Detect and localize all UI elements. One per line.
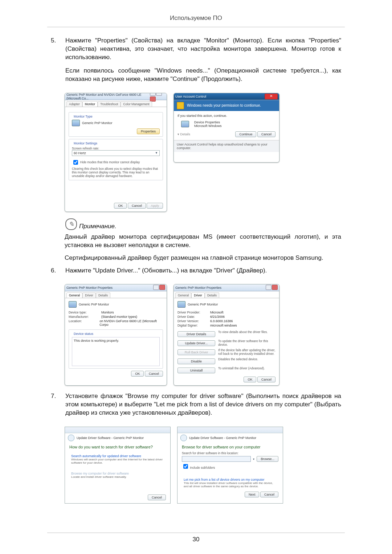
step-6-para: Нажмите "Update Driver..." (Обновить...)… <box>65 267 341 275</box>
tab-details[interactable]: Details <box>205 292 219 298</box>
monitor-icon <box>69 301 77 308</box>
window-buttons[interactable] <box>150 93 165 102</box>
digital-signer-value: microsoft windows <box>210 324 237 327</box>
browse-button[interactable]: Browse... <box>257 456 278 462</box>
tab-details[interactable]: Details <box>96 292 110 298</box>
rollback-driver-desc: If the device fails after updating the d… <box>218 348 275 356</box>
monitor-icon <box>181 121 189 127</box>
step-7: 7. Установите флажок "Browse my computer… <box>51 392 341 422</box>
wizard-heading: How do you want to search for driver sof… <box>65 443 170 450</box>
option-title: Search automatically for updated driver … <box>71 454 164 458</box>
driver-details-desc: To view details about the driver files. <box>218 330 275 334</box>
include-subfolders-checkbox[interactable] <box>183 464 188 469</box>
driver-provider-value: Microsoft <box>210 311 224 314</box>
chevron-down-icon: ▼ <box>155 151 158 155</box>
props-driver-window: Generic PnP Monitor Properties General D… <box>173 284 279 386</box>
driver-version-value: 6.0.6000.16386 <box>210 319 233 323</box>
breadcrumb: Update Driver Software - Generic PnP Mon… <box>77 436 144 440</box>
device-name: Generic PnP Monitor <box>79 303 109 306</box>
driver-details-button[interactable]: Driver Details <box>177 331 215 337</box>
digital-signer-label: Digital Signer: <box>177 324 210 327</box>
cancel-button[interactable]: Cancel <box>257 131 275 137</box>
monitor-name: Generic PnP Monitor <box>82 121 112 125</box>
cancel-button[interactable]: Cancel <box>148 495 166 500</box>
figure-3: Update Driver Software - Generic PnP Mon… <box>65 427 341 504</box>
note-icon: ✎ <box>65 218 77 230</box>
tab-driver[interactable]: Driver <box>191 292 205 298</box>
option-browse-computer[interactable]: Browse my computer for driver software L… <box>69 470 166 480</box>
uac-banner-text: Windows needs your permission to contion… <box>187 103 261 107</box>
update-driver-button[interactable]: Update Driver... <box>177 340 215 346</box>
uac-title: User Account Control <box>175 95 206 98</box>
cancel-button[interactable]: Cancel <box>145 371 163 377</box>
next-button[interactable]: Next <box>245 492 260 497</box>
note-para-2: Сертифицированный драйвер будет размещен… <box>65 254 341 262</box>
figure-1: Generic PnP Monitor and NVIDIA GeForce 6… <box>65 93 341 212</box>
tabs[interactable]: Adapter Monitor Troubleshoot Color Manag… <box>65 100 167 107</box>
uac-window: User Account Control ✕ Windows needs you… <box>173 93 279 163</box>
note-para-1: Данный драйвер монитора сертифицирован M… <box>65 233 341 250</box>
back-icon[interactable] <box>68 435 74 441</box>
ok-button[interactable]: OK <box>244 377 256 382</box>
close-icon[interactable]: ✕ <box>265 94 278 99</box>
step-7-para: Установите флажок "Browse my computer fo… <box>65 392 341 417</box>
cancel-button[interactable]: Cancel <box>260 492 278 497</box>
page-number: 30 <box>0 536 392 543</box>
ok-button[interactable]: OK <box>131 371 144 377</box>
uninstall-desc: To uninstall the driver (Advanced). <box>218 366 275 370</box>
location-label: Location: <box>69 319 99 327</box>
device-status-label: Device status <box>73 332 94 336</box>
continue-button[interactable]: Continue <box>235 131 256 137</box>
monitor-settings-label: Monitor Settings <box>73 141 98 145</box>
hide-modes-checkbox[interactable] <box>73 160 78 165</box>
monitor-type-label: Monitor Type <box>73 115 94 118</box>
option-pick-from-list[interactable]: Let me pick from a list of device driver… <box>182 476 278 489</box>
step-5: 5. Нажмите "Properties" (Свойства) на вк… <box>51 37 341 89</box>
option-search-auto[interactable]: Search automatically for updated driver … <box>69 453 166 466</box>
cancel-button[interactable]: Cancel <box>128 203 146 209</box>
window-buttons[interactable] <box>153 285 165 291</box>
rollback-driver-button: Roll Back Driver <box>177 349 215 355</box>
location-field[interactable] <box>182 456 251 462</box>
driver-provider-label: Driver Provider: <box>177 311 210 314</box>
back-icon[interactable] <box>180 435 187 441</box>
window-buttons[interactable] <box>265 285 278 291</box>
uninstall-button[interactable]: Uninstall <box>177 368 215 373</box>
cancel-button[interactable]: Cancel <box>257 377 275 382</box>
window-title: Generic PnP Monitor Properties <box>66 286 113 290</box>
chevron-down-icon[interactable]: ▾ <box>253 457 254 461</box>
tab-general[interactable]: General <box>175 292 191 298</box>
option-title: Browse my computer for driver software <box>71 472 164 475</box>
option-title: Let me pick from a list of device driver… <box>184 478 277 481</box>
step-6: 6. Нажмите "Update Driver..." (Обновить.… <box>51 267 341 280</box>
tab-monitor[interactable]: Monitor <box>82 101 98 107</box>
device-name: Generic PnP Monitor <box>188 303 218 306</box>
driver-date-label: Driver Date: <box>177 315 210 319</box>
window-title: Generic PnP Monitor and NVIDIA GeForce 6… <box>66 93 150 100</box>
manufacturer-label: Manufacturer: <box>69 315 101 319</box>
monitor-icon <box>72 120 80 126</box>
tab-driver[interactable]: Driver <box>82 292 96 298</box>
monitor-icon <box>177 301 185 308</box>
disable-button[interactable]: Disable <box>177 358 215 364</box>
breadcrumb: Update Driver Software - Generic PnP Mon… <box>189 436 256 440</box>
details-expand[interactable]: ▾ Details <box>177 132 190 136</box>
header-rule <box>47 27 345 27</box>
search-location-label: Search for driver software in this locat… <box>182 451 278 455</box>
properties-button[interactable]: Properties <box>137 128 160 134</box>
tab-color-mgmt[interactable]: Color Management <box>121 101 152 107</box>
device-type-value: Monitors <box>101 311 114 314</box>
tab-adapter[interactable]: Adapter <box>66 101 82 107</box>
props-general-window: Generic PnP Monitor Properties General D… <box>65 284 167 386</box>
tab-troubleshoot[interactable]: Troubleshoot <box>98 101 121 107</box>
ok-button[interactable]: OK <box>114 203 127 209</box>
update-driver-desc: To update the driver software for this d… <box>218 339 275 346</box>
note-label: Примечание. <box>79 223 117 230</box>
device-status-box: This device is working properly. <box>72 337 160 366</box>
tabs[interactable]: General Driver Details <box>65 291 167 298</box>
hide-modes-label: Hide modes that this monitor cannot disp… <box>80 160 140 164</box>
step-5-para-1: Нажмите "Properties" (Свойства) на вклад… <box>65 37 341 62</box>
tabs[interactable]: General Driver Details <box>174 291 279 298</box>
refresh-rate-select[interactable]: 60 Hertz▼ <box>72 150 160 156</box>
tab-general[interactable]: General <box>66 292 82 298</box>
